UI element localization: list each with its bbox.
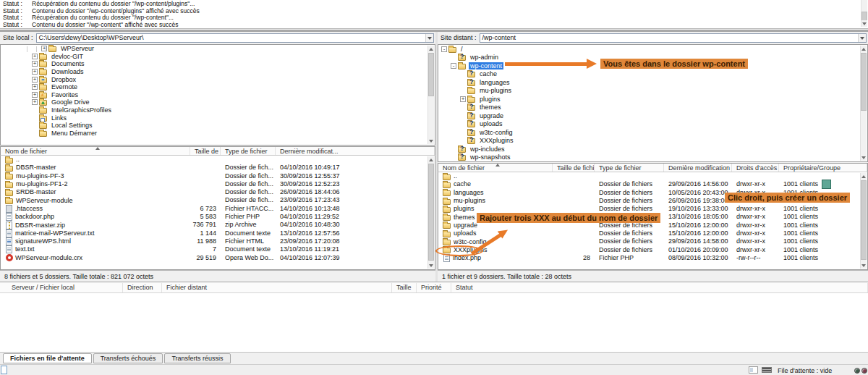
file-row[interactable]: pluginsDossier de fichiers19/10/2016 13:… xyxy=(438,205,867,213)
file-row[interactable]: .. xyxy=(438,172,867,180)
tree-item[interactable]: IntelGraphicsProfiles xyxy=(1,106,435,114)
column-header[interactable]: Direction xyxy=(123,283,162,292)
file-row[interactable]: text.txt7Document texte13/10/2016 11:19:… xyxy=(1,245,435,253)
scroll-down-icon[interactable] xyxy=(428,262,434,269)
pane-toggle-icon[interactable] xyxy=(1,366,7,374)
scroll-up-icon[interactable] xyxy=(861,173,867,180)
column-header[interactable]: Droits d'accès xyxy=(732,164,779,172)
column-header[interactable]: Nom de fichier xyxy=(1,147,190,155)
chevron-down-icon[interactable] xyxy=(425,34,433,42)
column-header[interactable]: Taille de fi... xyxy=(190,147,221,155)
column-header[interactable]: Type de fichier xyxy=(595,164,664,172)
file-row[interactable]: mu-plugins-PF-3Dossier de fich...30/09/2… xyxy=(1,172,435,180)
tree-item[interactable]: +Google Drive xyxy=(1,98,435,106)
column-header[interactable]: Propriétaire/Groupe xyxy=(779,164,867,172)
tree-item[interactable]: themes xyxy=(438,104,867,112)
column-header[interactable]: Priorité xyxy=(417,283,451,292)
column-header[interactable]: Taille de fichier xyxy=(553,164,595,172)
tree-item[interactable]: w3tc-config xyxy=(438,128,867,137)
scrollbar-thumb[interactable] xyxy=(428,53,434,96)
column-header[interactable]: Type de fichier xyxy=(221,147,276,155)
local-files-scrollbar[interactable] xyxy=(427,156,434,269)
directory-compare-icon[interactable] xyxy=(749,366,758,374)
local-path-combobox[interactable]: C:\Users\dewy\Desktop\WPServeur\ xyxy=(36,33,434,43)
tree-item[interactable]: uploads xyxy=(438,120,867,129)
file-row[interactable]: index.php28Fichier PHP08/09/2016 10:32:0… xyxy=(438,254,867,262)
folder-icon xyxy=(467,88,475,94)
tab-transfers-success[interactable]: Transferts réussis xyxy=(164,353,230,363)
tree-item[interactable]: +Downloads xyxy=(1,68,435,76)
file-row[interactable]: .. xyxy=(1,156,435,164)
file-row[interactable]: mu-plugins-PF1-2Dossier de fich...30/09/… xyxy=(1,180,435,188)
tree-item[interactable]: Links xyxy=(1,114,435,122)
column-header[interactable]: Serveur / Fichier local xyxy=(0,283,123,292)
expander-icon[interactable]: + xyxy=(32,54,38,59)
expander-icon[interactable]: - xyxy=(441,46,447,52)
tree-item[interactable]: upgrade xyxy=(438,111,867,120)
expander-icon[interactable]: + xyxy=(32,84,38,90)
scroll-down-icon[interactable] xyxy=(861,20,867,27)
tree-item[interactable]: cache xyxy=(438,70,867,79)
chevron-down-icon[interactable] xyxy=(858,34,866,42)
file-row[interactable]: signatureWPS.html11 988Fichier HTML23/09… xyxy=(1,237,435,245)
tree-item[interactable]: XXXplugins xyxy=(438,137,867,146)
local-tree-scrollbar[interactable] xyxy=(427,46,434,144)
column-header[interactable]: Dernière modificat... xyxy=(276,147,435,155)
file-row[interactable]: WPServeur-module.crx29 519Opera Web Do..… xyxy=(1,254,435,262)
tree-item[interactable]: languages xyxy=(438,78,867,87)
scrollbar-thumb[interactable] xyxy=(861,180,867,260)
tree-item[interactable]: wp-includes xyxy=(438,145,867,153)
file-row[interactable]: SRDB-masterDossier de fich...26/09/2016 … xyxy=(1,188,435,196)
expander-icon[interactable]: - xyxy=(451,63,456,69)
expander-icon[interactable]: + xyxy=(32,99,38,105)
tree-item[interactable]: +Evernote xyxy=(1,83,435,91)
expander-icon[interactable]: + xyxy=(32,61,38,67)
log-text: Contenu du dossier "/wp-content" affiché… xyxy=(32,22,178,29)
tree-item[interactable]: wp-snapshots xyxy=(438,153,867,162)
tab-files-queued[interactable]: Fichiers en file d'attente xyxy=(3,353,92,363)
file-row[interactable]: w3tc-configDossier de fichiers29/09/2016… xyxy=(438,237,867,245)
scrollbar-thumb[interactable] xyxy=(861,53,867,111)
remote-files-scrollbar[interactable] xyxy=(860,173,867,269)
scroll-up-icon[interactable] xyxy=(428,46,434,52)
tree-item[interactable]: +devloc-GIT xyxy=(1,53,435,61)
scroll-down-icon[interactable] xyxy=(428,138,434,144)
log-scrollbar[interactable] xyxy=(861,0,867,27)
tree-item[interactable]: -/ xyxy=(438,45,867,54)
tree-item[interactable]: Local Settings xyxy=(1,122,435,130)
column-header[interactable]: Taille xyxy=(392,283,417,292)
column-header[interactable]: Nom de fichier xyxy=(438,164,553,172)
tree-item[interactable]: +plugins xyxy=(438,95,867,104)
scroll-up-icon[interactable] xyxy=(861,46,867,52)
file-row[interactable]: backdoor.php5 583Fichier PHP04/10/2016 1… xyxy=(1,213,435,221)
file-row[interactable]: DBSR-masterDossier de fich...04/10/2016 … xyxy=(1,164,435,172)
scroll-up-icon[interactable] xyxy=(428,156,434,163)
tree-item[interactable]: +Documents xyxy=(1,60,435,68)
tree-item[interactable]: Menu Démarrer xyxy=(1,130,435,138)
column-header[interactable]: Fichier distant xyxy=(162,283,392,292)
expander-icon[interactable]: + xyxy=(460,96,466,102)
column-header[interactable]: Statut xyxy=(451,283,868,292)
file-row[interactable]: DBSR-master.zip736 791zip Archive04/10/2… xyxy=(1,221,435,229)
expander-icon[interactable]: + xyxy=(32,77,38,83)
file-row[interactable]: .htaccess6 723Fichier HTACC...14/10/2016… xyxy=(1,205,435,213)
tree-item[interactable]: mu-plugins xyxy=(438,87,867,96)
expander-icon[interactable]: + xyxy=(32,69,38,75)
tree-item[interactable]: +Dropbox xyxy=(1,75,435,83)
file-row[interactable]: WPServeur-moduleDossier de fich...23/09/… xyxy=(1,196,435,204)
file-name: mu-plugins-PF-3 xyxy=(16,172,64,180)
expander-icon[interactable]: + xyxy=(32,92,38,98)
file-row[interactable]: cacheDossier de fichiers29/09/2016 14:56… xyxy=(438,180,867,188)
file-cell-size xyxy=(553,189,595,197)
scroll-down-icon[interactable] xyxy=(861,262,867,269)
file-row[interactable]: matrice-mail-WPServeur.txt1 144Document … xyxy=(1,229,435,237)
tab-transfers-failed[interactable]: Transferts échoués xyxy=(93,353,163,363)
remote-path-combobox[interactable]: /wp-content xyxy=(480,33,867,43)
tree-item[interactable]: +WPServeur xyxy=(1,45,435,53)
scroll-down-icon[interactable] xyxy=(861,154,867,161)
file-row[interactable]: XXXpluginsDossier de fichiers01/10/2016 … xyxy=(438,246,867,254)
scrollbar-thumb[interactable] xyxy=(428,164,434,261)
tree-item[interactable]: +Favorites xyxy=(1,91,435,99)
remote-tree-scrollbar[interactable] xyxy=(860,46,867,161)
column-header[interactable]: Dernière modification xyxy=(664,164,732,172)
